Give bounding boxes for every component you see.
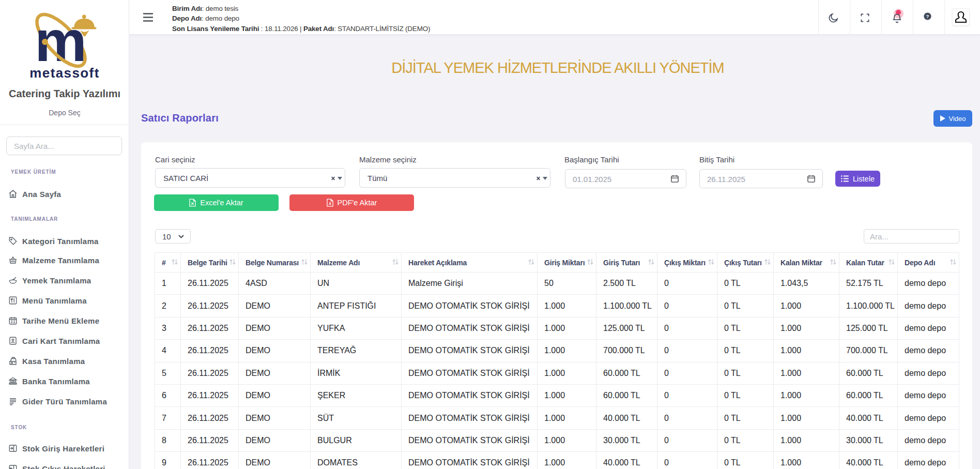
svg-text:?: ?	[926, 14, 929, 19]
svg-text:$: $	[12, 380, 14, 383]
svg-text:A: A	[329, 202, 331, 205]
